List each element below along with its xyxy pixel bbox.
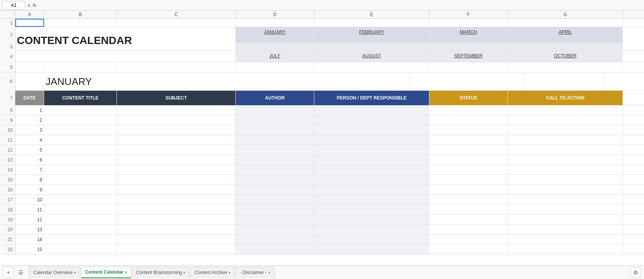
status-cell-8[interactable]	[429, 175, 508, 184]
date-cell-8[interactable]: 8	[15, 175, 44, 184]
dept-cell-15[interactable]	[314, 245, 429, 254]
date-cell-3[interactable]: 3	[15, 125, 44, 135]
month-apr[interactable]: APRIL	[508, 27, 623, 42]
cta-cell-1[interactable]	[508, 105, 623, 115]
cell-e1[interactable]	[314, 19, 429, 27]
date-cell-12[interactable]: 12	[15, 215, 44, 224]
title-cell-13[interactable]	[44, 225, 117, 234]
date-cell-15[interactable]: 15	[15, 245, 44, 254]
dept-cell-13[interactable]	[314, 225, 429, 234]
title-cell-1[interactable]	[44, 105, 117, 115]
title-cell-14[interactable]	[44, 235, 117, 244]
author-cell-3[interactable]	[236, 125, 314, 135]
cell-a1[interactable]	[15, 19, 44, 27]
month-feb[interactable]: FEBRUARY	[314, 27, 429, 42]
tab-disclaimer[interactable]: - Disclaimer - ▾	[235, 267, 274, 278]
cta-cell-5[interactable]	[508, 145, 623, 155]
tab-content-calendar[interactable]: Content Calendar ▾	[81, 267, 131, 278]
author-cell-9[interactable]	[236, 185, 314, 194]
dept-cell-7[interactable]	[314, 165, 429, 175]
subject-cell-8[interactable]	[117, 175, 236, 184]
author-cell-1[interactable]	[236, 105, 314, 115]
subject-cell-3[interactable]	[117, 125, 236, 135]
cta-cell-4[interactable]	[508, 135, 623, 145]
col-header-e[interactable]: E	[314, 11, 429, 18]
author-cell-13[interactable]	[236, 225, 314, 234]
tab-content-brainstorming[interactable]: Content Brainstorming ▾	[132, 267, 189, 278]
dept-cell-1[interactable]	[314, 105, 429, 115]
date-cell-10[interactable]: 10	[15, 195, 44, 204]
subject-cell-6[interactable]	[117, 155, 236, 165]
title-cell-3[interactable]	[44, 125, 117, 135]
cta-cell-2[interactable]	[508, 115, 623, 125]
cta-cell-7[interactable]	[508, 165, 623, 175]
author-cell-12[interactable]	[236, 215, 314, 224]
col-header-h[interactable]: H	[623, 11, 644, 18]
cell-f1[interactable]	[429, 19, 508, 27]
author-cell-2[interactable]	[236, 115, 314, 125]
subject-cell-7[interactable]	[117, 165, 236, 175]
status-cell-9[interactable]	[429, 185, 508, 194]
status-cell-15[interactable]	[429, 245, 508, 254]
cta-cell-14[interactable]	[508, 235, 623, 244]
month-sep[interactable]: SEPTEMBER	[429, 51, 508, 62]
cell-b1[interactable]	[44, 19, 117, 27]
status-cell-4[interactable]	[429, 135, 508, 145]
status-cell-6[interactable]	[429, 155, 508, 165]
dept-cell-10[interactable]	[314, 195, 429, 204]
month-jan[interactable]: JANUARY	[236, 27, 314, 42]
status-cell-11[interactable]	[429, 205, 508, 214]
status-cell-14[interactable]	[429, 235, 508, 244]
status-cell-7[interactable]	[429, 165, 508, 175]
title-cell-4[interactable]	[44, 135, 117, 145]
author-cell-10[interactable]	[236, 195, 314, 204]
cta-cell-6[interactable]	[508, 155, 623, 165]
author-cell-5[interactable]	[236, 145, 314, 155]
author-cell-11[interactable]	[236, 205, 314, 214]
cta-cell-15[interactable]	[508, 245, 623, 254]
cta-cell-10[interactable]	[508, 195, 623, 204]
dept-cell-6[interactable]	[314, 155, 429, 165]
date-cell-1[interactable]: 1	[15, 105, 44, 115]
author-cell-14[interactable]	[236, 235, 314, 244]
cell-d1[interactable]	[236, 19, 314, 27]
dept-cell-9[interactable]	[314, 185, 429, 194]
month-oct[interactable]: OCTOBER	[508, 51, 623, 62]
title-cell-12[interactable]	[44, 215, 117, 224]
month-mar[interactable]: MARCH	[429, 27, 508, 42]
dept-cell-2[interactable]	[314, 115, 429, 125]
cell-g1[interactable]	[508, 19, 623, 27]
cell-h1[interactable]	[623, 19, 644, 27]
subject-cell-11[interactable]	[117, 205, 236, 214]
settings-button[interactable]: ⚙	[630, 267, 641, 278]
status-cell-10[interactable]	[429, 195, 508, 204]
title-cell-11[interactable]	[44, 205, 117, 214]
status-cell-3[interactable]	[429, 125, 508, 135]
add-sheet-button[interactable]: +	[3, 267, 14, 278]
author-cell-15[interactable]	[236, 245, 314, 254]
cta-cell-8[interactable]	[508, 175, 623, 184]
subject-cell-4[interactable]	[117, 135, 236, 145]
title-cell-8[interactable]	[44, 175, 117, 184]
dept-cell-3[interactable]	[314, 125, 429, 135]
date-cell-6[interactable]: 6	[15, 155, 44, 165]
formula-input[interactable]	[39, 1, 642, 10]
dept-cell-14[interactable]	[314, 235, 429, 244]
title-cell-15[interactable]	[44, 245, 117, 254]
date-cell-4[interactable]: 4	[15, 135, 44, 145]
tab-calendar-overview[interactable]: Calendar Overview ▾	[29, 267, 80, 278]
col-header-a[interactable]: A	[15, 11, 44, 18]
title-cell-9[interactable]	[44, 185, 117, 194]
cta-cell-9[interactable]	[508, 185, 623, 194]
date-cell-14[interactable]: 14	[15, 235, 44, 244]
status-cell-13[interactable]	[429, 225, 508, 234]
subject-cell-10[interactable]	[117, 195, 236, 204]
date-cell-7[interactable]: 7	[15, 165, 44, 175]
cell-c1[interactable]	[117, 19, 236, 27]
status-cell-1[interactable]	[429, 105, 508, 115]
date-cell-9[interactable]: 9	[15, 185, 44, 194]
title-cell-6[interactable]	[44, 155, 117, 165]
title-cell-7[interactable]	[44, 165, 117, 175]
author-cell-7[interactable]	[236, 165, 314, 175]
title-cell-10[interactable]	[44, 195, 117, 204]
